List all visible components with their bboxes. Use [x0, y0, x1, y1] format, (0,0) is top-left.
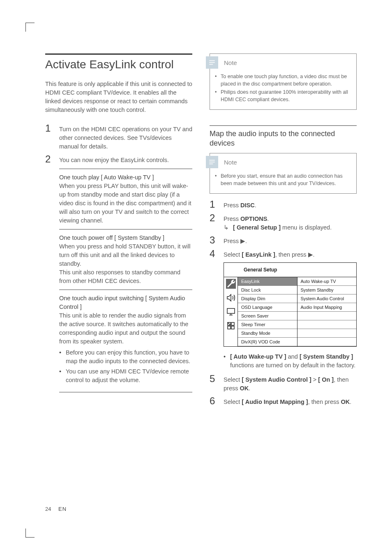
step-body: Select [ System Audio Control ] > [ On ]…: [224, 374, 357, 393]
svg-rect-2: [209, 64, 213, 65]
steps-list-right: 1 Press DISC. 2 Press OPTIONS. [ General…: [210, 199, 357, 259]
left-column: Activate EasyLink control This feature i…: [45, 53, 192, 410]
menu-columns: EasyLink Disc Lock Display Dim OSD Langu…: [238, 277, 356, 346]
page-content: Activate EasyLink control This feature i…: [45, 53, 357, 410]
feature-body: This unit is able to render the audio si…: [59, 311, 192, 346]
menu-row: [297, 338, 357, 346]
note-header: Note: [206, 54, 356, 71]
svg-rect-0: [209, 60, 215, 61]
menu-row: EasyLink: [238, 277, 297, 286]
text: Select: [224, 399, 242, 405]
page-footer: 24 EN: [45, 506, 67, 512]
bullet-item: You can use any HDMI CEC TV/device remot…: [59, 367, 192, 385]
text: Select: [224, 376, 242, 383]
bold-text: [ Auto Wake-up TV ]: [230, 353, 286, 360]
menu-row: [297, 312, 357, 320]
feature-body: When you press and hold STANDBY button, …: [59, 242, 192, 268]
step-number: 1: [210, 199, 217, 210]
svg-rect-1: [209, 62, 215, 63]
menu-row: Disc Lock: [238, 286, 297, 294]
text: Press: [224, 238, 240, 244]
note-icon: [206, 156, 218, 168]
step-number: 4: [210, 249, 217, 259]
note-title: Note: [224, 59, 237, 66]
note-title: Note: [224, 159, 237, 166]
subheading-rule: [210, 125, 357, 126]
text: and: [286, 353, 300, 360]
text: Select: [224, 251, 242, 258]
text: .: [313, 251, 315, 258]
bold-text: OK: [341, 399, 350, 405]
right-triangle-icon: ▶: [308, 250, 313, 259]
note-header: Note: [206, 153, 356, 171]
monitor-icon: [226, 307, 236, 317]
note-box-1: Note To enable one touch play function, …: [210, 53, 357, 110]
step-body: Press DISC.: [224, 199, 357, 210]
subsection-heading: Map the audio inputs to the connected de…: [210, 129, 357, 148]
svg-rect-8: [231, 322, 234, 325]
feature-bullets: Before you can enjoy this function, you …: [59, 348, 192, 385]
text: Press: [224, 202, 240, 209]
step-number: 6: [210, 396, 217, 406]
svg-rect-4: [209, 162, 215, 163]
step-number: 2: [210, 213, 217, 232]
step-body: Turn on the HDMI CEC operations on your …: [59, 123, 192, 151]
menu-row: OSD Language: [238, 303, 297, 312]
text: >: [311, 376, 318, 383]
note-icon: [206, 56, 218, 69]
menu-row: System Standby: [297, 286, 357, 294]
page-number: 24: [45, 506, 51, 512]
step-body: Select [ EasyLink ], then press ▶.: [224, 249, 357, 259]
menu-row: Display Dim: [238, 294, 297, 303]
menu-list-left: EasyLink Disc Lock Display Dim OSD Langu…: [238, 277, 297, 346]
feature-audio-switching: One touch audio input switching [ System…: [59, 290, 192, 392]
menu-row: Sleep Timer: [238, 320, 297, 329]
bold-text: [ General Setup ]: [233, 224, 281, 231]
bold-text: [ On ]: [318, 376, 334, 383]
menu-screenshot: General Setup EasyLink Disc Lock Display…: [224, 262, 357, 347]
step-body: Press ▶.: [224, 235, 357, 246]
step-1: 1 Press DISC.: [210, 199, 357, 210]
text: functions are turned on by default in th…: [230, 362, 355, 369]
right-column: Note To enable one touch play function, …: [210, 53, 357, 410]
svg-rect-5: [209, 164, 213, 165]
steps-list-right-2: 5 Select [ System Audio Control ] > [ On…: [210, 374, 357, 406]
text: menu is displayed.: [281, 224, 332, 231]
step-body: Select [ Audio Input Mapping ], then pre…: [224, 396, 357, 406]
crop-mark-top-left: [25, 23, 35, 32]
menu-body: EasyLink Disc Lock Display Dim OSD Langu…: [224, 277, 356, 346]
wrench-icon: [226, 279, 236, 289]
step-1: 1 Turn on the HDMI CEC operations on you…: [45, 123, 192, 151]
step-4: 4 Select [ EasyLink ], then press ▶.: [210, 249, 357, 259]
step-number: 3: [210, 235, 217, 246]
text: .: [267, 216, 269, 222]
feature-one-touch-power-off: One touch power off [ System Standby ] W…: [59, 229, 192, 285]
menu-row: Audio Input Mapping: [297, 303, 357, 312]
bold-text: DISC: [240, 202, 255, 209]
step-number: 5: [210, 374, 217, 393]
menu-row: Screen Saver: [238, 312, 297, 320]
bold-text: [ Audio Input Mapping ]: [242, 399, 308, 405]
note-bullet: To enable one touch play function, a vid…: [215, 73, 351, 88]
step-3: 3 Press ▶.: [210, 235, 357, 246]
step-5: 5 Select [ System Audio Control ] > [ On…: [210, 374, 357, 393]
menu-icon-column: [224, 277, 238, 346]
bold-text: [ System Standby ]: [300, 353, 353, 360]
note-bullet: Before you start, ensure that an audio c…: [215, 172, 351, 187]
step-body: You can now enjoy the EasyLink controls.: [59, 154, 192, 165]
speaker-icon: [226, 293, 236, 303]
feature-body: This unit also responses to standby comm…: [59, 268, 192, 285]
right-triangle-icon: ▶: [240, 237, 245, 246]
feature-title: One touch play [ Auto Wake-up TV ]: [59, 173, 192, 182]
heading-rule: [45, 53, 192, 55]
intro-paragraph: This feature is only applicable if this …: [45, 80, 192, 114]
feature-title: One touch power off [ System Standby ]: [59, 234, 192, 242]
bullet-item: Before you can enjoy this function, you …: [59, 348, 192, 366]
menu-row: Auto Wake-up TV: [297, 277, 357, 286]
feature-title: One touch audio input switching [ System…: [59, 294, 192, 311]
svg-rect-3: [209, 160, 215, 161]
note-box-2: Note Before you start, ensure that an au…: [210, 153, 357, 193]
page-language: EN: [58, 506, 67, 512]
text: .: [350, 399, 351, 405]
result-line: [ General Setup ] menu is displayed.: [224, 223, 357, 232]
